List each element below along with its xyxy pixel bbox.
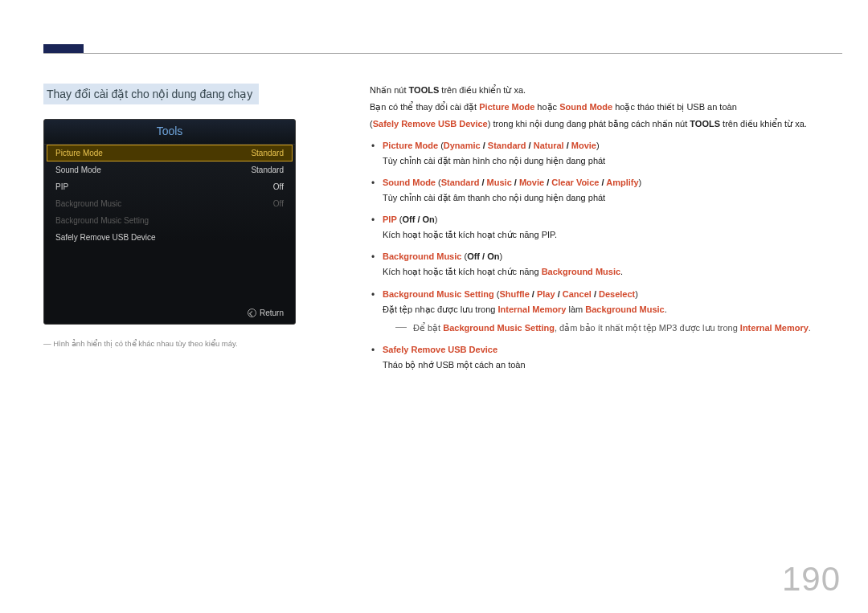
tools-row-picture-mode[interactable]: Picture Mode Standard [47, 145, 293, 161]
tools-row-background-music[interactable]: Background Music Off [44, 195, 295, 212]
opt: Standard [441, 178, 480, 187]
text: ) [596, 141, 600, 150]
row-value: Off [273, 182, 284, 191]
text: ) [635, 289, 638, 299]
item-desc: Tháo bộ nhớ USB một cách an toàn [383, 358, 842, 372]
item-desc: Kích hoạt hoặc tắt kích hoạt chức năng B… [383, 265, 842, 279]
text: Đặt tệp nhạc được lưu trong [383, 304, 498, 314]
item-desc: Kích hoạt hoặc tắt kích hoạt chức năng P… [383, 228, 842, 242]
row-label: Safely Remove USB Device [55, 233, 156, 242]
opt: On [487, 251, 499, 261]
item-safely-remove-usb: Safely Remove USB Device Tháo bộ nhớ USB… [370, 343, 842, 372]
sep: / [599, 178, 606, 187]
item-label: Safely Remove USB Device [383, 345, 497, 354]
opt: Natural [534, 141, 564, 150]
text: ) [639, 178, 642, 187]
text: trên điều khiển từ xa. [720, 119, 807, 129]
opt: Music [487, 178, 512, 187]
text: Kích hoạt hoặc tắt kích hoạt chức năng [383, 267, 542, 276]
opt: Amplify [606, 178, 638, 187]
text: ) [499, 251, 502, 261]
row-label: Picture Mode [55, 149, 103, 157]
sep: / [481, 141, 488, 150]
section-heading: Thay đổi cài đặt cho nội dung đang chạy [43, 84, 259, 104]
text: ) trong khi nội dung đang phát bằng cách… [488, 119, 690, 129]
sep: / [415, 215, 422, 224]
item-label: Sound Mode [383, 178, 436, 187]
sep: / [480, 251, 487, 261]
item-pip: PIP (Off / On) Kích hoạt hoặc tắt kích h… [370, 213, 842, 242]
text: . [809, 323, 811, 333]
text: . [620, 267, 623, 276]
sep: / [526, 141, 534, 150]
intro-line-1: Nhấn nút TOOLS trên điều khiển từ xa. [370, 84, 842, 97]
sep: / [530, 289, 537, 299]
tools-row-safely-remove-usb[interactable]: Safely Remove USB Device [44, 229, 295, 246]
opt: Cancel [563, 289, 592, 299]
item-sound-mode: Sound Mode (Standard / Music / Movie / C… [370, 176, 842, 205]
text: , đảm bảo ít nhất một tệp MP3 được lưu t… [555, 323, 740, 333]
item-label: Background Music Setting [383, 289, 494, 299]
opt: Movie [571, 141, 596, 150]
row-value: Standard [251, 149, 284, 157]
tools-footer: Return [44, 305, 295, 319]
tools-row-background-music-setting[interactable]: Background Music Setting [44, 212, 295, 229]
item-desc: Tùy chỉnh cài đặt âm thanh cho nội dung … [383, 191, 842, 205]
opt: Standard [488, 141, 526, 150]
text: Để bật [413, 323, 443, 333]
text: . [665, 304, 667, 314]
term: Background Music [542, 267, 620, 276]
page-number: 190 [782, 560, 841, 599]
opt: Dynamic [444, 141, 481, 150]
item-background-music-setting: Background Music Setting (Shuffle / Play… [370, 288, 842, 335]
item-label: Background Music [383, 251, 461, 261]
ornament-block [43, 44, 84, 53]
intro-line-3: (Safely Remove USB Device) trong khi nội… [370, 117, 842, 131]
text: hoặc [534, 102, 559, 112]
row-value: Standard [251, 166, 284, 174]
opt: On [423, 215, 435, 224]
left-column: Thay đổi cài đặt cho nội dung đang chạy … [43, 84, 296, 380]
text: hoặc tháo thiết bị USB an toàn [612, 102, 737, 112]
sound-mode-term: Sound Mode [559, 102, 612, 112]
return-label[interactable]: Return [260, 309, 284, 317]
opt: Off [467, 251, 480, 261]
row-label: Background Music [55, 199, 121, 208]
intro-line-2: Bạn có thể thay đổi cài đặt Picture Mode… [370, 100, 842, 114]
safely-remove-term: Safely Remove USB Device [373, 119, 488, 129]
tools-keyword: TOOLS [690, 119, 720, 129]
sep: / [544, 178, 551, 187]
tools-title: Tools [44, 120, 295, 145]
left-note: ― Hình ảnh hiển thị có thể khác nhau tùy… [43, 339, 296, 348]
term: Background Music [585, 304, 664, 314]
term: Background Music Setting [443, 323, 555, 333]
tools-panel: Tools Picture Mode Standard Sound Mode S… [43, 119, 296, 325]
opt: Shuffle [499, 289, 529, 299]
options-list: Picture Mode (Dynamic / Standard / Natur… [370, 139, 842, 372]
right-column: Nhấn nút TOOLS trên điều khiển từ xa. Bạ… [370, 84, 842, 380]
sep: / [564, 141, 571, 150]
tools-row-pip[interactable]: PIP Off [44, 178, 295, 195]
sep: / [592, 289, 599, 299]
row-label: Background Music Setting [55, 216, 149, 225]
term: Internal Memory [740, 323, 809, 333]
item-desc: Đặt tệp nhạc được lưu trong Internal Mem… [383, 303, 842, 317]
opt: Play [537, 289, 555, 299]
opt: Off [402, 215, 415, 224]
top-rule [43, 53, 842, 54]
text: Nhấn nút [370, 85, 409, 95]
picture-mode-term: Picture Mode [479, 102, 534, 112]
opt: Movie [519, 178, 544, 187]
opt: Deselect [599, 289, 635, 299]
return-icon[interactable] [248, 309, 256, 317]
text: Bạn có thể thay đổi cài đặt [370, 102, 479, 112]
sep: / [479, 178, 486, 187]
item-desc: Tùy chỉnh cài đặt màn hình cho nội dung … [383, 154, 842, 168]
tools-spacer [44, 246, 295, 305]
text: làm [566, 304, 585, 314]
sep: / [555, 289, 563, 299]
row-label: Sound Mode [55, 166, 101, 174]
text: ) [435, 215, 438, 224]
tools-row-sound-mode[interactable]: Sound Mode Standard [44, 161, 295, 178]
content: Thay đổi cài đặt cho nội dung đang chạy … [43, 84, 842, 380]
